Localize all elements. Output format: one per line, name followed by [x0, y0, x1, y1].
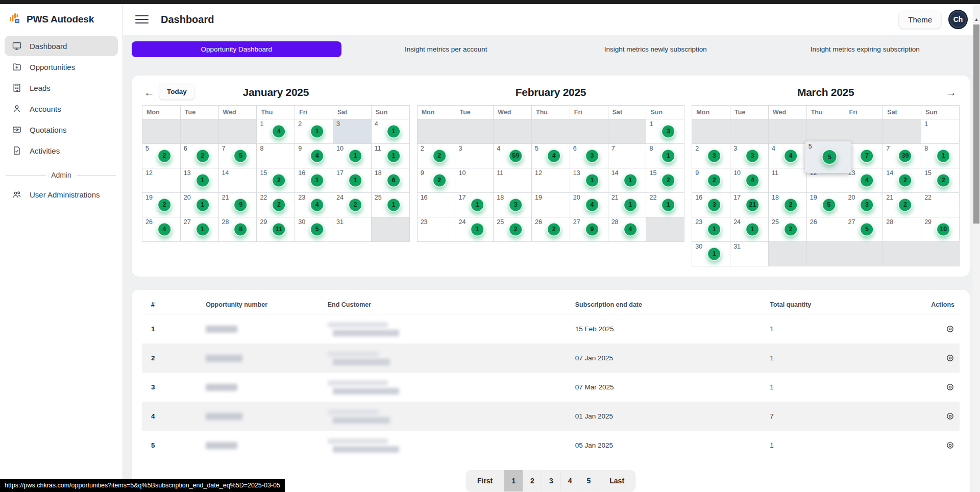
calendar-day-5[interactable]: 55	[806, 144, 845, 168]
opportunity-count-badge[interactable]: 59	[508, 149, 523, 163]
calendar-day-24[interactable]: 241	[730, 217, 769, 242]
calendar-day-17[interactable]: 171	[333, 168, 371, 193]
opportunity-count-badge[interactable]: 8	[234, 222, 248, 236]
calendar-day-27[interactable]: 275	[845, 217, 883, 242]
calendar-day-9[interactable]: 94	[295, 144, 333, 168]
calendar-day-18[interactable]: 183	[494, 193, 532, 217]
calendar-day-20[interactable]: 201	[180, 193, 218, 217]
sidebar-item-leads[interactable]: Leads	[5, 78, 118, 98]
calendar-day-9[interactable]: 92	[417, 168, 455, 193]
opportunity-count-badge[interactable]: 5	[822, 149, 838, 165]
calendar-day-25[interactable]: 252	[768, 217, 806, 242]
calendar-day-22[interactable]: 222	[257, 193, 295, 217]
calendar-day-28[interactable]: 284	[608, 217, 646, 242]
opportunity-count-badge[interactable]: 3	[585, 149, 599, 163]
opportunity-count-badge[interactable]: 2	[508, 222, 523, 236]
calendar-day-5[interactable]: 52	[142, 144, 181, 168]
opportunity-count-badge[interactable]: 1	[386, 124, 401, 138]
calendar-day-21[interactable]: 219	[218, 193, 257, 217]
theme-button[interactable]: Theme	[899, 11, 941, 29]
calendar-day-15[interactable]: 152	[646, 168, 684, 193]
opportunity-count-badge[interactable]: 1	[662, 149, 676, 163]
opportunity-count-badge[interactable]: 3	[662, 124, 676, 138]
calendar-day-19[interactable]: 192	[142, 193, 181, 217]
scrollbar-up-icon[interactable]: ▲	[973, 15, 980, 23]
opportunity-count-badge[interactable]: 4	[547, 149, 561, 163]
opportunity-count-badge[interactable]: 2	[898, 173, 912, 187]
view-eye-icon[interactable]	[946, 325, 954, 333]
calendar-day-26[interactable]: 262	[532, 217, 570, 242]
calendar-day-27[interactable]: 279	[570, 217, 608, 242]
opportunity-count-badge[interactable]: 3	[707, 198, 721, 212]
opportunity-count-badge[interactable]: 1	[195, 198, 210, 212]
calendar-day-7[interactable]: 739	[883, 144, 921, 168]
opportunity-count-badge[interactable]: 4	[157, 222, 172, 236]
opportunity-count-badge[interactable]: 2	[783, 198, 798, 212]
opportunity-count-badge[interactable]: 2	[272, 198, 286, 212]
opportunity-count-badge[interactable]: 1	[195, 222, 210, 236]
calendar-day-13[interactable]: 131	[570, 168, 608, 193]
calendar-day-20[interactable]: 203	[845, 193, 883, 217]
calendar-day-18[interactable]: 186	[371, 168, 409, 193]
page-2[interactable]: 2	[523, 470, 542, 491]
opportunity-count-badge[interactable]: 1	[310, 173, 324, 187]
opportunity-count-badge[interactable]: 4	[745, 173, 760, 187]
calendar-day-29[interactable]: 2910	[921, 217, 960, 242]
page-1[interactable]: 1	[504, 470, 523, 491]
opportunity-count-badge[interactable]: 1	[348, 173, 362, 187]
tab-insight-metrics-expiring-subscription[interactable]: Insight metrics expiring subscription	[761, 41, 970, 57]
opportunity-count-badge[interactable]: 5	[310, 222, 324, 236]
opportunity-count-badge[interactable]: 1	[348, 149, 362, 163]
today-button[interactable]: Today	[159, 84, 194, 100]
calendar-day-9[interactable]: 92	[692, 168, 730, 193]
page-3[interactable]: 3	[542, 470, 560, 491]
opportunity-count-badge[interactable]: 2	[898, 198, 912, 212]
calendar-day-1[interactable]: 13	[646, 119, 684, 144]
calendar-day-22[interactable]: 221	[646, 193, 684, 217]
calendar-day-7[interactable]: 75	[218, 144, 257, 168]
calendar-day-23[interactable]: 234	[295, 193, 333, 217]
calendar-day-13[interactable]: 131	[180, 168, 218, 193]
calendar-day-24[interactable]: 241	[455, 217, 494, 242]
calendar-day-3[interactable]: 33	[730, 144, 769, 168]
calendar-day-21[interactable]: 212	[883, 193, 921, 217]
calendar-day-2[interactable]: 21	[295, 119, 333, 144]
opportunity-count-badge[interactable]: 4	[585, 198, 599, 212]
opportunity-count-badge[interactable]: 3	[707, 149, 721, 163]
opportunity-count-badge[interactable]: 1	[471, 198, 485, 212]
calendar-day-30[interactable]: 305	[295, 217, 333, 242]
opportunity-count-badge[interactable]: 2	[348, 198, 362, 212]
page-first[interactable]: First	[466, 470, 504, 491]
calendar-day-6[interactable]: 63	[570, 144, 608, 168]
opportunity-count-badge[interactable]: 2	[707, 173, 721, 187]
opportunity-count-badge[interactable]: 1	[471, 222, 485, 236]
tab-insight-metrics-per-account[interactable]: Insight metrics per account	[341, 41, 551, 57]
calendar-day-17[interactable]: 1721	[730, 193, 769, 217]
opportunity-count-badge[interactable]: 1	[707, 247, 721, 261]
opportunity-count-badge[interactable]: 3	[745, 149, 760, 163]
calendar-day-15[interactable]: 152	[257, 168, 295, 193]
opportunity-count-badge[interactable]: 4	[783, 149, 798, 163]
opportunity-count-badge[interactable]: 2	[783, 222, 798, 236]
calendar-day-5[interactable]: 54	[532, 144, 570, 168]
sidebar-item-activities[interactable]: Activities	[5, 140, 118, 161]
opportunity-count-badge[interactable]: 4	[310, 198, 324, 212]
opportunity-count-badge[interactable]: 2	[157, 149, 172, 163]
calendar-day-8[interactable]: 81	[646, 144, 684, 168]
calendar-day-4[interactable]: 44	[768, 144, 806, 168]
calendar-day-29[interactable]: 2911	[257, 217, 295, 242]
calendar-day-16[interactable]: 161	[295, 168, 333, 193]
calendar-day-hover-popup[interactable]: 55	[805, 141, 851, 173]
sidebar-item-accounts[interactable]: Accounts	[5, 99, 118, 119]
opportunity-count-badge[interactable]: 1	[310, 124, 324, 138]
calendar-day-18[interactable]: 182	[768, 193, 806, 217]
opportunity-count-badge[interactable]: 39	[898, 149, 912, 163]
calendar-next-icon[interactable]: →	[946, 87, 957, 97]
opportunity-count-badge[interactable]: 11	[272, 222, 286, 236]
opportunity-count-badge[interactable]: 2	[936, 173, 950, 187]
page-4[interactable]: 4	[560, 470, 579, 491]
page-5[interactable]: 5	[579, 470, 598, 491]
calendar-day-2[interactable]: 23	[692, 144, 730, 168]
view-eye-icon[interactable]	[946, 354, 954, 362]
opportunity-count-badge[interactable]: 1	[623, 173, 638, 187]
